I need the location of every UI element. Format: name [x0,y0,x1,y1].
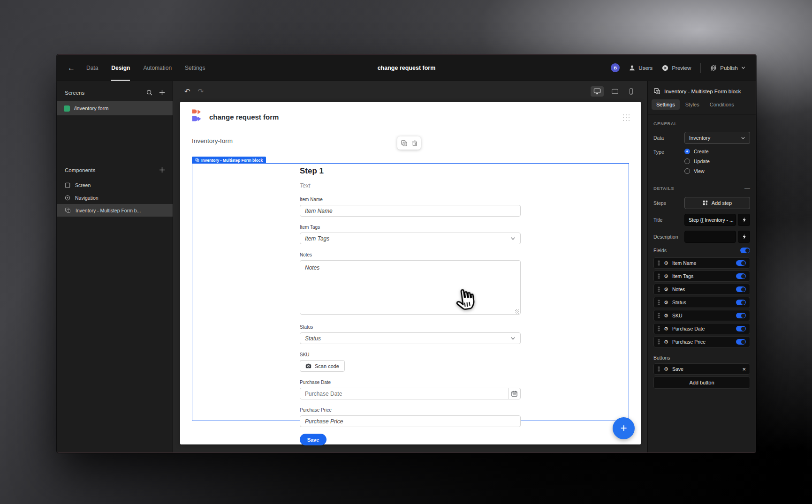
chevron-down-icon [741,135,745,140]
drag-handle-icon[interactable] [658,313,660,318]
component-action-toolbar [397,136,421,150]
field-toggle[interactable] [736,286,746,292]
general-section-header: GENERAL [648,114,756,127]
calendar-icon[interactable] [508,388,520,399]
field-row-item-name[interactable]: ⚙ Item Name [653,257,750,269]
gear-icon[interactable]: ⚙ [664,287,668,292]
viewport-mobile-icon[interactable] [626,86,636,97]
viewport-switcher [591,86,636,97]
status-select[interactable]: Status [300,332,521,344]
gear-icon[interactable]: ⚙ [664,300,668,305]
add-button-button[interactable]: Add button [653,376,750,389]
component-tree-item-navigation[interactable]: Navigation [57,191,173,204]
drag-handle-icon[interactable] [658,326,660,331]
drag-handle-icon[interactable] [658,339,660,345]
sidebar-spacer [57,115,173,158]
publish-button[interactable]: Publish [710,65,745,71]
purchase-date-input[interactable] [300,388,508,399]
tab-design[interactable]: Design [111,55,130,81]
radio-view-label: View [694,168,705,174]
radio-create[interactable]: Create [684,149,750,154]
multistep-form: Step 1 Text Item Name Item Tags Item Tag… [300,166,521,445]
field-row-sku[interactable]: ⚙ SKU [653,310,750,321]
field-toggle[interactable] [736,260,746,266]
gear-icon[interactable]: ⚙ [664,326,668,331]
drag-handle-icon[interactable] [658,286,660,292]
title-label: Title [653,217,684,223]
field-row-notes[interactable]: ⚙ Notes [653,284,750,295]
scan-code-button[interactable]: Scan code [300,360,345,372]
gear-icon[interactable]: ⚙ [664,274,668,279]
avatar[interactable]: B [611,63,620,72]
delete-icon[interactable] [412,140,417,146]
drag-handle-icon[interactable] [658,366,660,372]
panel-tab-conditions[interactable]: Conditions [705,99,739,110]
tab-automation[interactable]: Automation [143,55,172,81]
field-toggle[interactable] [736,273,746,279]
form-save-button[interactable]: Save [300,434,326,445]
publish-label: Publish [720,65,738,71]
item-tags-select[interactable]: Item Tags [300,233,521,244]
add-screen-icon[interactable] [159,90,165,96]
sidebar-item-inventory-form-screen[interactable]: /inventory-form [57,101,173,115]
selected-component-tag[interactable]: Inventory - Multistep Form block [192,157,266,164]
purchase-price-input[interactable] [300,415,521,427]
field-toggle[interactable] [736,339,746,345]
component-tree-item-multistep-form-block[interactable]: Inventory - Multistep Form b... [57,204,173,217]
data-source-select[interactable]: Inventory [684,132,750,144]
component-tree-label: Screen [75,182,91,188]
redo-icon[interactable]: ↷ [198,87,204,96]
add-component-fab[interactable]: + [613,417,635,439]
field-toggle[interactable] [736,326,746,331]
item-name-input[interactable] [300,205,521,217]
radio-update[interactable]: Update [684,158,750,164]
notes-textarea[interactable] [300,260,521,315]
gear-icon[interactable]: ⚙ [664,261,668,266]
remove-button-icon[interactable]: × [742,366,746,372]
back-arrow-icon[interactable]: ← [68,64,75,72]
panel-tab-settings[interactable]: Settings [652,99,680,110]
buttons-label: Buttons [653,355,670,361]
duplicate-icon[interactable] [401,140,407,146]
binding-bolt-icon[interactable] [738,214,750,226]
field-row-status[interactable]: ⚙ Status [653,297,750,308]
field-row-item-tags[interactable]: ⚙ Item Tags [653,271,750,282]
viewport-desktop-icon[interactable] [591,86,604,97]
search-icon[interactable] [146,90,152,96]
tab-data[interactable]: Data [86,55,98,81]
panel-tab-styles[interactable]: Styles [681,99,704,110]
preview-button[interactable]: Preview [662,65,691,71]
fields-setting-row: Fields [653,248,750,253]
component-tree-item-screen[interactable]: Screen [57,179,173,191]
field-row-purchase-price[interactable]: ⚙ Purchase Price [653,336,750,347]
tab-settings[interactable]: Settings [185,55,205,81]
field-toggle[interactable] [736,300,746,305]
component-tree-label: Inventory - Multistep Form b... [76,208,141,213]
binding-bolt-icon[interactable] [738,231,750,243]
undo-icon[interactable]: ↶ [184,87,190,96]
component-tree-label: Navigation [75,195,99,201]
textarea-resize-grip[interactable] [515,309,519,314]
field-row-purchase-date[interactable]: ⚙ Purchase Date [653,323,750,334]
selected-component-header: Inventory - Multistep Form block [648,81,756,99]
users-button[interactable]: Users [629,65,653,71]
buttons-section-header: Buttons [648,349,756,361]
viewport-tablet-icon[interactable] [608,87,622,96]
drag-handle-icon[interactable] [658,260,660,266]
drag-handle-icon[interactable] [658,273,660,279]
field-toggle[interactable] [736,313,746,318]
drag-handle-icon[interactable] [658,300,660,305]
add-component-icon[interactable] [159,167,165,173]
title-input[interactable]: Step {{ Inventory - ... [684,214,736,226]
grid-handle-icon[interactable] [622,113,630,121]
button-row-save[interactable]: ⚙ Save × [653,363,750,375]
form-name-label: Inventory-form [192,137,233,144]
radio-view[interactable]: View [684,168,750,174]
gear-icon[interactable]: ⚙ [664,339,668,345]
add-step-button[interactable]: Add step [684,197,750,209]
collapse-section-icon[interactable]: — [744,185,750,191]
description-input[interactable] [684,231,736,243]
gear-icon[interactable]: ⚙ [664,367,668,372]
gear-icon[interactable]: ⚙ [664,313,668,318]
fields-master-toggle[interactable] [740,248,750,253]
